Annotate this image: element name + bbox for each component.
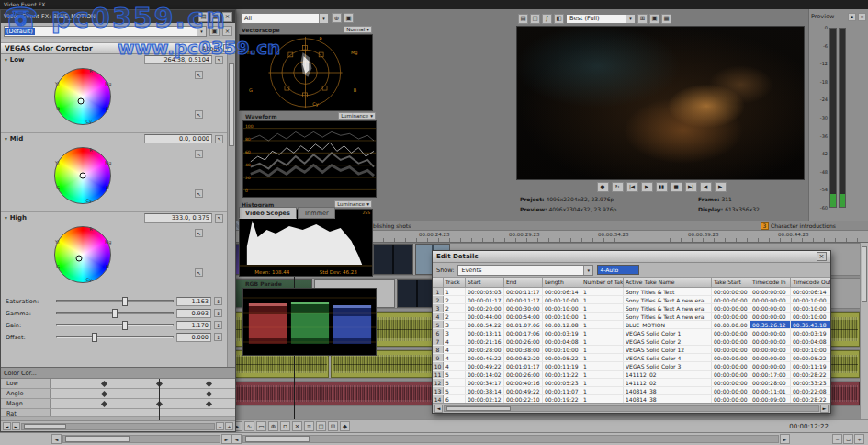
- cell-number-of-takes[interactable]: 1: [581, 321, 624, 328]
- table-row[interactable]: 5 3 00:00:54:22 00:01:07:06 00:00:12:08 …: [433, 321, 830, 329]
- overlays-grid-icon[interactable]: ⊞: [637, 14, 648, 24]
- cell-active-take-name[interactable]: Sony Titles & Text A new era: [624, 296, 712, 303]
- vectorscope-mode-select[interactable]: Normal▾: [344, 26, 372, 33]
- scroll-right-icon[interactable]: ►: [780, 434, 790, 444]
- timeline-marker[interactable]: 3 Character introductions: [761, 222, 836, 230]
- cell-take-start[interactable]: 00:00:00:00: [712, 354, 750, 361]
- cell-length[interactable]: 00:00:05:23: [543, 379, 581, 386]
- go-to-start-button[interactable]: |◀: [626, 182, 638, 192]
- external-monitor-icon[interactable]: ◫: [530, 14, 540, 24]
- cell-timecode-out[interactable]: 00:00:22:08: [791, 387, 830, 394]
- ignore-event-grouping-icon[interactable]: ⊟: [328, 421, 338, 431]
- cell-timecode-out[interactable]: 00:00:06:14: [791, 288, 830, 295]
- cell-active-take-name[interactable]: Sony Titles & Text A new era: [624, 304, 712, 312]
- timeline-vertical-scrollbar[interactable]: [860, 243, 868, 419]
- cell-start[interactable]: 00:00:54:22: [466, 321, 504, 328]
- cell-take-start[interactable]: 00:00:00:00: [712, 304, 750, 312]
- project-video-properties-icon[interactable]: ▤: [518, 14, 528, 24]
- table-row[interactable]: 4 2 00:00:44:00 00:00:54:00 00:00:10:00 …: [433, 313, 830, 321]
- cell-start[interactable]: 00:00:38:14: [466, 387, 504, 394]
- column-header[interactable]: Start: [466, 278, 504, 287]
- cell-active-take-name[interactable]: 141112_02: [624, 371, 712, 378]
- cell-take-start[interactable]: 00:00:00:00: [712, 329, 750, 337]
- cell-timecode-in[interactable]: 00:00:11:01: [750, 387, 791, 394]
- cell-take-start[interactable]: 00:00:00:00: [712, 387, 750, 394]
- fx-vertical-scrollbar[interactable]: [227, 54, 235, 367]
- slider-track[interactable]: [56, 300, 174, 302]
- delete-preset-icon[interactable]: ×: [222, 26, 232, 36]
- cell-length[interactable]: 00:00:10:00: [543, 313, 581, 320]
- dock-tab[interactable]: Video Scopes: [239, 207, 297, 219]
- cell-timecode-in[interactable]: 00:00:00:00: [750, 362, 791, 370]
- color-wheel-crosshair[interactable]: [80, 173, 86, 179]
- zoom-in-icon[interactable]: +: [854, 434, 864, 444]
- primary-eyedropper-icon[interactable]: ↖: [195, 268, 203, 277]
- cell-length[interactable]: 00:00:10:00: [543, 304, 581, 312]
- scroll-right-icon[interactable]: ►: [12, 422, 20, 430]
- cell-take-start[interactable]: 00:00:00:00: [712, 288, 750, 295]
- slider-value-field[interactable]: 1.170: [176, 321, 211, 330]
- cell-timecode-out[interactable]: 00:00:04:08: [791, 337, 830, 345]
- scope-update-icon[interactable]: ▣: [344, 13, 354, 23]
- cell-active-take-name[interactable]: VEGAS Solid Color 2: [624, 337, 712, 345]
- eyedropper-icon[interactable]: ↖: [215, 56, 223, 64]
- edit-details-horizontal-scrollbar[interactable]: ◄ ►: [433, 403, 830, 413]
- histogram-mode-select[interactable]: Luminance▾: [334, 200, 372, 208]
- pin-icon[interactable]: ▪: [848, 13, 856, 21]
- preset-select[interactable]: (Default) ▾: [4, 26, 207, 37]
- split-screen-view-icon[interactable]: ◧: [554, 14, 564, 24]
- copy-snapshot-icon[interactable]: ▣: [649, 14, 659, 24]
- cell-length[interactable]: 00:00:04:08: [543, 337, 581, 345]
- slider-track[interactable]: [56, 312, 174, 314]
- cell-number-of-takes[interactable]: 1: [581, 362, 624, 370]
- table-header-row[interactable]: TrackStartEndLengthNumber of TakesActive…: [433, 278, 830, 288]
- go-to-end-button[interactable]: ▶|: [685, 182, 697, 192]
- slider-spinner-icon[interactable]: ↕: [214, 297, 222, 305]
- scroll-left-icon[interactable]: ◄: [434, 405, 443, 413]
- cell-take-start[interactable]: 00:00:00:00: [712, 313, 750, 320]
- close-icon[interactable]: ×: [222, 12, 232, 22]
- column-header[interactable]: Length: [543, 278, 581, 287]
- cell-timecode-in[interactable]: 00:00:00:00: [750, 346, 791, 353]
- cell-length[interactable]: 00:00:05:22: [543, 354, 581, 361]
- complementary-eyedropper-icon[interactable]: ↖: [195, 229, 203, 237]
- keyframe-lane[interactable]: [51, 399, 235, 408]
- keyframe-diamond-icon[interactable]: [101, 391, 107, 397]
- cell-length[interactable]: 00:00:12:08: [543, 321, 581, 328]
- cell-track[interactable]: 3: [444, 329, 466, 337]
- scroll-left-icon[interactable]: ◄: [3, 422, 11, 430]
- keyframe-diamond-icon[interactable]: [101, 401, 107, 407]
- cell-active-take-name[interactable]: 140814_38: [624, 387, 712, 394]
- color-wheel-crosshair[interactable]: [77, 97, 84, 104]
- scope-settings-icon[interactable]: ⊛: [332, 13, 342, 23]
- wheel-value-field[interactable]: 333.0, 0.375: [144, 213, 212, 222]
- scroll-left-icon[interactable]: ◄: [231, 434, 242, 444]
- cell-timecode-out[interactable]: 00:00:10:00: [791, 313, 830, 320]
- keyframe-diamond-icon[interactable]: [101, 381, 107, 387]
- cursor-position-display[interactable]: 00:00:12:22: [789, 423, 829, 430]
- cell-end[interactable]: 00:00:38:00: [504, 346, 543, 353]
- slider-spinner-icon[interactable]: ↕: [214, 333, 222, 341]
- cell-timecode-in[interactable]: 00:00:00:00: [750, 337, 791, 345]
- slider-value-field[interactable]: 1.163: [176, 297, 211, 306]
- selection-edit-tool-icon[interactable]: ▭: [256, 421, 266, 431]
- cell-number-of-takes[interactable]: 1: [581, 354, 624, 361]
- slider-thumb[interactable]: [112, 309, 118, 318]
- zoom-edit-tool-icon[interactable]: ⊕: [268, 421, 278, 431]
- cell-take-start[interactable]: 00:00:00:00: [712, 337, 750, 345]
- cell-timecode-in[interactable]: 00:00:00:00: [750, 313, 791, 320]
- collapse-icon[interactable]: ▾: [5, 215, 7, 221]
- cell-timecode-in[interactable]: 00:00:00:00: [750, 288, 791, 295]
- play-button[interactable]: ▶: [641, 182, 653, 192]
- show-select[interactable]: Events ▾: [457, 265, 593, 276]
- cell-timecode-in[interactable]: 00:00:17:00: [750, 371, 791, 378]
- cell-length[interactable]: 00:00:10:00: [543, 346, 581, 353]
- scopes-layout-select[interactable]: All ▾: [241, 13, 329, 24]
- cell-timecode-out[interactable]: 00:00:10:00: [791, 346, 830, 353]
- cell-take-start[interactable]: 00:00:00:00: [712, 296, 750, 303]
- cell-timecode-in[interactable]: 00:00:00:00: [750, 329, 791, 337]
- cell-active-take-name[interactable]: 140814_38: [624, 395, 712, 403]
- cell-take-start[interactable]: 00:00:00:00: [712, 321, 750, 328]
- close-icon[interactable]: ×: [817, 252, 827, 261]
- envelope-edit-tool-icon[interactable]: ∿: [244, 421, 254, 431]
